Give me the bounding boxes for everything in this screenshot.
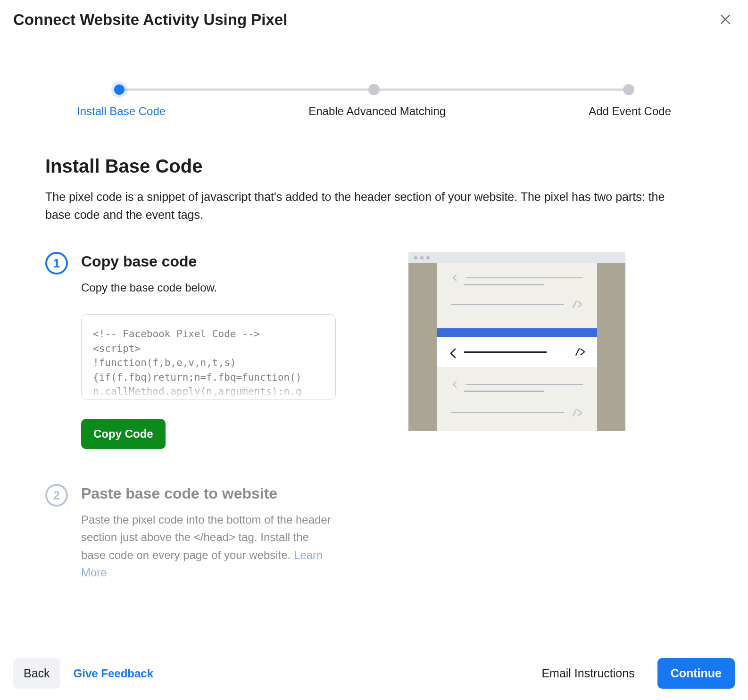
pixel-code-snippet[interactable]: <!-- Facebook Pixel Code --> <script> !f…	[81, 314, 336, 400]
close-button[interactable]	[716, 10, 735, 29]
chevron-left-icon	[448, 348, 457, 356]
step-label-1[interactable]: Install Base Code	[77, 105, 166, 118]
step-2: 2 Paste base code to website Paste the p…	[45, 484, 375, 581]
copy-code-button[interactable]: Copy Code	[81, 419, 166, 449]
step-1: 1 Copy base code Copy the base code belo…	[45, 252, 375, 449]
page-description: The pixel code is a snippet of javascrip…	[45, 188, 677, 224]
code-close-icon	[571, 300, 583, 308]
step-1-badge: 1	[45, 252, 68, 275]
code-close-icon	[573, 348, 586, 356]
step-2-description: Paste the pixel code into the bottom of …	[81, 511, 336, 581]
progress-stepper: Install Base Code Enable Advanced Matchi…	[119, 85, 629, 118]
illus-browser-chrome	[408, 252, 625, 263]
give-feedback-link[interactable]: Give Feedback	[74, 667, 153, 680]
svg-line-2	[573, 301, 576, 308]
illus-insertion-row	[437, 337, 597, 367]
step-label-3[interactable]: Add Event Code	[589, 105, 671, 118]
step-2-title: Paste base code to website	[81, 485, 336, 502]
step-1-title: Copy base code	[81, 253, 336, 270]
code-close-icon	[571, 408, 583, 417]
svg-line-4	[573, 409, 576, 416]
step-2-badge: 2	[45, 484, 68, 507]
page-title: Install Base Code	[45, 156, 703, 177]
illus-highlight-bar	[437, 328, 597, 337]
back-button[interactable]: Back	[13, 658, 60, 689]
dialog-footer: Back Give Feedback Email Instructions Co…	[0, 658, 748, 689]
chevron-left-icon	[451, 274, 459, 282]
email-instructions-button[interactable]: Email Instructions	[532, 659, 644, 688]
step-label-2[interactable]: Enable Advanced Matching	[308, 105, 446, 118]
step-1-subtitle: Copy the base code below.	[81, 279, 336, 296]
step-dot-1[interactable]	[114, 84, 125, 95]
dialog-header: Connect Website Activity Using Pixel	[0, 0, 748, 33]
chevron-left-icon	[451, 380, 459, 389]
dialog-title: Connect Website Activity Using Pixel	[13, 11, 287, 29]
step-dot-2[interactable]	[368, 84, 380, 95]
step-dot-3[interactable]	[623, 84, 634, 95]
svg-line-3	[576, 349, 579, 355]
continue-button[interactable]: Continue	[657, 658, 735, 689]
code-placement-illustration	[408, 252, 625, 431]
close-icon	[719, 13, 731, 27]
